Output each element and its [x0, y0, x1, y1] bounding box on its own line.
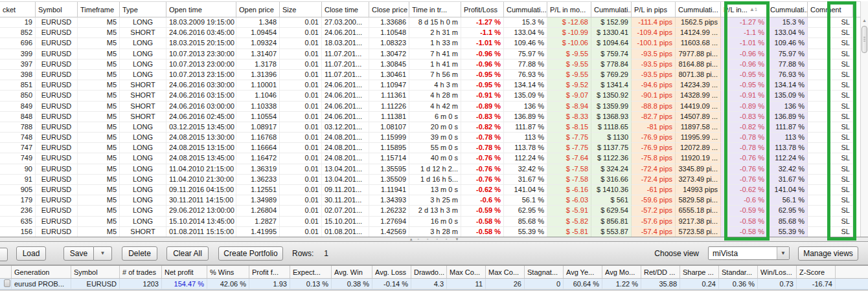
column-header-ret-dd[interactable]: Ret/DD ...: [641, 266, 680, 278]
column-header-cumm-pl[interactable]: Cummulati...: [504, 2, 547, 17]
column-header-type[interactable]: Type: [120, 2, 166, 17]
column-header-drawdown[interactable]: Drawdo...: [411, 266, 447, 278]
cell-cumm-money: $ 316.66: [591, 175, 632, 185]
cell-pl-pips: -72.4 pips: [632, 164, 676, 175]
column-header-pct-wins[interactable]: % Wins: [207, 266, 249, 278]
column-header-sharpe[interactable]: Sharpe ...: [680, 266, 719, 278]
vertical-scrollbar[interactable]: ▲: [860, 1, 868, 237]
create-portfolio-button[interactable]: Create Portfolio: [218, 246, 283, 261]
cell-timeframe: M5: [78, 91, 120, 101]
cell-cumm-pips: 11603.68 ...: [676, 38, 721, 48]
table-row[interactable]: 91EURUSDM5LONG11.04.2010 21:30:001.36233…: [0, 175, 860, 185]
cell-symbol: EURUSD: [36, 80, 78, 91]
column-header-cumm-money[interactable]: Cummulati...: [591, 2, 632, 17]
cell-symbol: EURUSD: [36, 17, 78, 28]
table-row[interactable]: 848EURUSDM5SHORT24.06.2016 02:45:001.105…: [0, 112, 860, 122]
cell-cumm-pl: 134.14 %: [504, 80, 547, 91]
table-row[interactable]: 905EURUSDM5LONG09.11.2016 04:15:001.1255…: [0, 185, 860, 195]
table-row[interactable]: 398EURUSDM5LONG10.07.2013 23:15:001.3139…: [0, 70, 860, 80]
cell-type: LONG: [120, 38, 166, 48]
clear-all-button[interactable]: Clear All: [166, 246, 209, 261]
column-header-avg-month[interactable]: Avg Mo...: [602, 266, 641, 278]
cell-close-time: 24.08.201...: [322, 133, 369, 143]
pane-splitter[interactable]: ▲ ▫ ▫ ▫ ▫ ▼: [0, 237, 868, 241]
table-row[interactable]: 399EURUSDM5LONG10.07.2013 23:30:001.3140…: [0, 49, 860, 59]
column-header-generation[interactable]: Generation: [12, 266, 71, 278]
column-header-close-time[interactable]: Close time: [322, 2, 369, 17]
column-header-close-price[interactable]: Close price: [369, 2, 409, 17]
delete-button[interactable]: Delete: [122, 246, 157, 261]
column-header-standard[interactable]: Standar...: [719, 266, 758, 278]
column-header-pl-pips[interactable]: P/L in pips: [632, 2, 676, 17]
cell-cumm-pl: 56.1 %: [504, 195, 547, 206]
column-header-handle[interactable]: [0, 266, 12, 278]
load-button[interactable]: Load: [16, 246, 46, 261]
cell-cumm-pips: 8164.88 pi...: [676, 59, 721, 70]
table-row[interactable]: 19EURUSDM5LONG18.03.2009 19:15:001.3480.…: [0, 17, 860, 28]
table-row[interactable]: 236EURUSDM5LONG29.06.2012 13:00:001.2680…: [0, 206, 860, 216]
cell-symbol: EURUSD: [36, 217, 78, 227]
column-header-num-trades[interactable]: # of trades: [120, 266, 162, 278]
column-header-open-time[interactable]: Open time: [166, 2, 236, 17]
column-header-time-in-trade[interactable]: Time in tr...: [409, 2, 461, 17]
column-header-ticket[interactable]: cket: [0, 2, 36, 17]
column-header-max-con-1[interactable]: Max Co...: [447, 266, 486, 278]
table-row[interactable]: 747EURUSDM5LONG24.08.2015 13:15:001.1666…: [0, 143, 860, 153]
column-header-pl-pct[interactable]: P/L in...▲1: [721, 2, 768, 17]
table-row[interactable]: 748EURUSDM5LONG24.08.2015 13:30:001.1676…: [0, 133, 860, 143]
column-header-size[interactable]: Size: [280, 2, 322, 17]
column-header-pl-money[interactable]: P/L in mo...: [547, 2, 591, 17]
cell-profit-loss: -1.01 %: [461, 38, 504, 48]
column-header-win-loss[interactable]: Win/Los...: [758, 266, 797, 278]
column-header-cumm-pips[interactable]: Cummulati...: [676, 2, 721, 17]
column-header-timeframe[interactable]: Timeframe: [78, 2, 120, 17]
column-header-symbol[interactable]: Symbol: [71, 266, 120, 278]
cell-avg-month: 1.22 %: [602, 279, 641, 289]
column-header-profit-factor[interactable]: Profit f...: [249, 266, 290, 278]
column-header-cumm-pct[interactable]: Cummulati...: [768, 2, 808, 17]
table-row[interactable]: 849EURUSDM5SHORT24.06.2016 03:00:001.103…: [0, 102, 860, 112]
column-header-max-con-2[interactable]: Max Co...: [486, 266, 525, 278]
cell-pl-pct: -1.01 %: [721, 38, 768, 48]
table-row[interactable]: 635EURUSDM5LONG15.10.2014 13:45:001.2827…: [0, 217, 860, 227]
column-header-profit-loss[interactable]: Profit/Loss: [461, 2, 504, 17]
table-row[interactable]: 851EURUSDM5SHORT24.06.2016 03:30:001.100…: [0, 80, 860, 91]
cell-profit-loss: -0.59 %: [461, 206, 504, 216]
table-row[interactable]: 852EURUSDM5SHORT24.06.2016 03:45:001.094…: [0, 28, 860, 38]
save-dropdown-arrow-icon[interactable]: ▼: [94, 246, 112, 261]
table-row[interactable]: 156EURUSDM5SHORT01.08.2011 15:15:001.419…: [0, 227, 860, 237]
table-row[interactable]: 749EURUSDM5LONG24.08.2015 13:45:001.1647…: [0, 153, 860, 164]
column-header-stagnation[interactable]: Stagnat...: [525, 266, 564, 278]
column-header-z-score[interactable]: Z-Score: [797, 266, 836, 278]
column-header-open-price[interactable]: Open price: [236, 2, 280, 17]
column-header-avg-win[interactable]: Avg. Win: [332, 266, 372, 278]
view-select[interactable]: miVista ▼: [708, 246, 790, 260]
column-header-comment[interactable]: Comment: [808, 2, 853, 17]
clipped-edge-button[interactable]: [0, 248, 8, 261]
manage-views-button[interactable]: Manage views: [798, 246, 858, 261]
table-row[interactable]: 397EURUSDM5LONG10.07.2013 23:00:001.3178…: [0, 59, 860, 70]
scrollbar-thumb[interactable]: [862, 26, 867, 53]
rows-value: 1: [324, 249, 328, 258]
save-button[interactable]: Save: [63, 246, 94, 261]
table-row[interactable]: eurusd PROB...EURUSD1203154.47 %42.06 %1…: [0, 279, 868, 290]
table-row[interactable]: 788EURUSDM5LONG03.12.2015 13:45:001.0891…: [0, 122, 860, 133]
cell-size: 0.01: [280, 122, 322, 133]
chevron-down-icon[interactable]: ▼: [777, 247, 789, 259]
column-header-avg-loss[interactable]: Avg. Loss: [372, 266, 411, 278]
cell-cumm-money: $ 1350.92: [591, 91, 632, 101]
cell-cumm-pct: 76.93 %: [768, 70, 808, 80]
cell-close-time: 24.08.201...: [322, 153, 369, 164]
cell-time-in-trade: 3 h 28 m: [409, 227, 461, 237]
column-header-avg-year[interactable]: Avg Ye...: [564, 266, 602, 278]
column-header-net-profit[interactable]: Net profit: [162, 266, 207, 278]
table-row[interactable]: 179EURUSDM5LONG30.11.2011 14:15:001.3498…: [0, 195, 860, 206]
table-row[interactable]: 850EURUSDM5SHORT24.06.2016 03:15:001.104…: [0, 91, 860, 101]
column-header-symbol[interactable]: Symbol: [36, 2, 78, 17]
cell-type: LONG: [120, 17, 166, 28]
column-header-expectancy[interactable]: Expect...: [290, 266, 332, 278]
table-row[interactable]: 696EURUSDM5LONG18.03.2015 20:15:001.0932…: [0, 38, 860, 48]
cell-profit-loss: -0.78 %: [461, 143, 504, 153]
table-row[interactable]: 90EURUSDM5LONG11.04.2010 21:15:001.36319…: [0, 164, 860, 175]
scroll-up-icon[interactable]: ▲: [861, 18, 868, 23]
